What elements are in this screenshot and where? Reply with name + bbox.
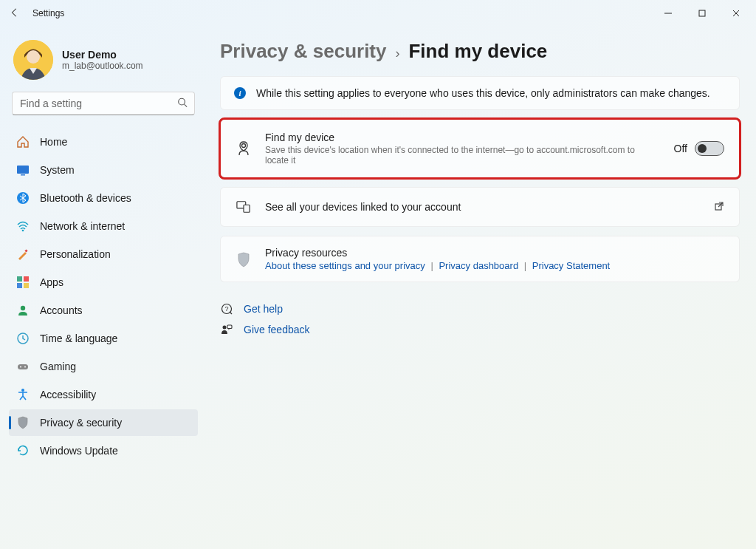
bluetooth-icon	[16, 191, 30, 205]
svg-point-21	[24, 366, 26, 368]
sidebar-item-label: System	[40, 164, 75, 176]
window-controls	[651, 1, 753, 25]
sidebar-item-accounts[interactable]: Accounts	[9, 297, 198, 324]
minimize-button[interactable]	[651, 1, 685, 25]
sidebar-item-label: Apps	[40, 276, 63, 288]
footer-links: ? Get help Give feedback	[220, 303, 740, 335]
get-help-label: Get help	[244, 303, 283, 315]
svg-point-23	[242, 144, 246, 148]
title-bar: Settings	[0, 0, 756, 27]
sidebar-item-label: Time & language	[40, 333, 117, 344]
home-icon	[16, 135, 30, 149]
page-title: Find my device	[408, 40, 547, 63]
network-icon	[16, 219, 30, 233]
search-icon	[177, 98, 188, 110]
sidebar-item-label: Privacy & security	[40, 417, 122, 429]
svg-point-17	[21, 306, 25, 310]
toggle-state-label: Off	[674, 143, 687, 154]
apps-icon	[16, 276, 30, 289]
svg-rect-16	[24, 283, 29, 288]
find-my-device-card: Find my device Save this device's locati…	[220, 119, 740, 178]
sidebar-item-update[interactable]: Windows Update	[9, 437, 198, 464]
time-language-icon	[16, 332, 30, 345]
sidebar-item-label: Home	[40, 136, 67, 148]
shield-icon	[236, 251, 252, 267]
svg-point-22	[21, 389, 24, 392]
sidebar-item-gaming[interactable]: Gaming	[9, 353, 198, 380]
content-pane: Privacy & security › Find my device i Wh…	[207, 27, 756, 549]
devices-icon	[236, 200, 252, 214]
info-banner: i While this setting applies to everyone…	[220, 76, 740, 110]
svg-rect-15	[17, 283, 22, 288]
maximize-button[interactable]	[685, 1, 719, 25]
svg-rect-8	[17, 166, 29, 174]
sidebar-item-personalization[interactable]: Personalization	[9, 241, 198, 267]
sidebar-item-apps[interactable]: Apps	[9, 269, 198, 296]
sidebar-item-label: Personalization	[40, 248, 111, 260]
svg-point-11	[22, 230, 24, 232]
close-button[interactable]	[719, 1, 753, 25]
sidebar-item-label: Accessibility	[40, 389, 96, 400]
sidebar-item-network[interactable]: Network & internet	[9, 213, 198, 239]
help-icon: ?	[220, 303, 233, 315]
svg-rect-19	[18, 364, 28, 369]
accounts-icon	[16, 304, 30, 317]
privacy-link-statement[interactable]: Privacy Statement	[532, 260, 611, 271]
privacy-resources-title: Privacy resources	[265, 247, 610, 259]
back-button[interactable]	[3, 7, 27, 20]
avatar	[13, 40, 53, 80]
info-text: While this setting applies to everyone w…	[256, 87, 710, 99]
svg-rect-31	[227, 325, 232, 329]
sidebar-item-bluetooth[interactable]: Bluetooth & devices	[9, 185, 198, 211]
user-name: User Demo	[62, 49, 143, 61]
svg-rect-13	[17, 276, 22, 282]
svg-rect-25	[244, 205, 250, 212]
svg-point-30	[223, 326, 227, 330]
user-email: m_lab@outlook.com	[62, 61, 143, 71]
sidebar-item-label: Gaming	[40, 361, 76, 372]
user-block[interactable]: User Demo m_lab@outlook.com	[9, 35, 198, 92]
privacy-icon	[16, 416, 30, 429]
give-feedback-link[interactable]: Give feedback	[220, 324, 740, 335]
sidebar-item-label: Windows Update	[40, 445, 118, 457]
search-wrap	[12, 92, 195, 115]
sidebar: User Demo m_lab@outlook.com Home System …	[0, 27, 207, 549]
svg-rect-14	[24, 276, 29, 282]
privacy-link-dashboard[interactable]: Privacy dashboard	[439, 260, 518, 271]
sidebar-item-label: Bluetooth & devices	[40, 192, 131, 204]
search-input[interactable]	[12, 92, 195, 115]
external-link-icon	[714, 201, 724, 214]
svg-point-20	[20, 366, 21, 368]
svg-point-6	[179, 98, 185, 105]
svg-rect-1	[699, 10, 705, 16]
breadcrumb-parent[interactable]: Privacy & security	[220, 40, 386, 63]
sidebar-item-accessibility[interactable]: Accessibility	[9, 381, 198, 408]
sidebar-item-label: Network & internet	[40, 220, 125, 232]
info-icon: i	[234, 87, 246, 99]
svg-line-7	[185, 104, 188, 107]
personalization-icon	[16, 248, 30, 261]
sidebar-item-label: Accounts	[40, 304, 83, 316]
system-icon	[16, 163, 30, 177]
linked-devices-card[interactable]: See all your devices linked to your acco…	[220, 187, 740, 227]
nav-list: Home System Bluetooth & devices Network …	[9, 129, 198, 464]
privacy-link-about[interactable]: About these settings and your privacy	[265, 260, 425, 271]
svg-point-5	[27, 50, 40, 64]
window-title: Settings	[32, 8, 64, 18]
privacy-resources-card: Privacy resources About these settings a…	[220, 236, 740, 282]
find-my-device-toggle[interactable]	[695, 141, 724, 156]
chevron-right-icon: ›	[395, 46, 399, 61]
sidebar-item-system[interactable]: System	[9, 157, 198, 183]
feedback-icon	[220, 324, 233, 335]
sidebar-item-time[interactable]: Time & language	[9, 325, 198, 352]
accessibility-icon	[16, 388, 30, 401]
svg-rect-9	[21, 174, 25, 176]
location-person-icon	[236, 140, 252, 157]
sidebar-item-home[interactable]: Home	[9, 129, 198, 155]
give-feedback-label: Give feedback	[244, 324, 310, 335]
setting-subtitle: Save this device's location when it's co…	[265, 145, 661, 166]
gaming-icon	[16, 360, 30, 373]
get-help-link[interactable]: ? Get help	[220, 303, 740, 315]
sidebar-item-privacy[interactable]: Privacy & security	[9, 409, 198, 436]
linked-devices-label: See all your devices linked to your acco…	[265, 201, 461, 213]
